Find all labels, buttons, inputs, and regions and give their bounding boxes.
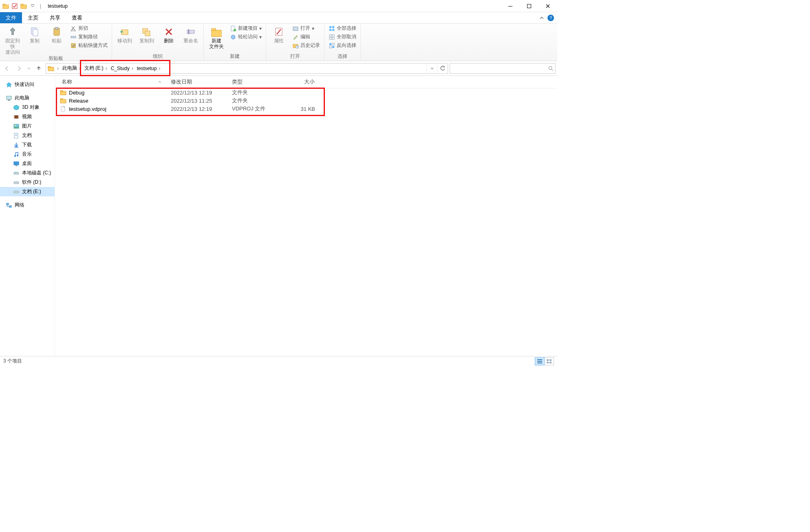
nav-videos[interactable]: 视频	[0, 112, 55, 121]
tab-share[interactable]: 共享	[44, 12, 66, 23]
properties-button[interactable]: 属性	[269, 24, 289, 44]
cut-button[interactable]: 剪切	[68, 24, 109, 32]
search-icon	[548, 66, 554, 71]
file-date: 2022/12/13 12:19	[168, 106, 229, 112]
address-bar[interactable]: › 此电脑› 文档 (E:)› C_Study› testsetup›	[46, 63, 448, 74]
search-box[interactable]	[450, 63, 556, 74]
select-all-button[interactable]: 全部选择	[327, 24, 358, 32]
nav-downloads[interactable]: 下载	[0, 140, 55, 149]
edit-button[interactable]: 编辑	[291, 33, 322, 41]
file-date: 2022/12/13 11:25	[168, 98, 229, 104]
refresh-button[interactable]	[437, 64, 448, 73]
invert-selection-button[interactable]: 反向选择	[327, 42, 358, 49]
network-icon	[6, 202, 12, 209]
paste-button[interactable]: 粘贴	[46, 24, 67, 44]
svg-rect-33	[332, 29, 334, 31]
cube-icon	[13, 104, 20, 111]
list-item[interactable]: Debug2022/12/13 12:19文件夹	[55, 88, 557, 97]
desktop-icon	[13, 160, 20, 167]
help-icon[interactable]: ?	[547, 15, 554, 21]
copy-path-button[interactable]: 复制路径	[68, 33, 109, 41]
title-separator: |	[38, 3, 43, 9]
nav-label: 文档 (E:)	[22, 188, 41, 195]
qat-folder-icon[interactable]	[20, 3, 27, 9]
nav-3d-objects[interactable]: 3D 对象	[0, 103, 55, 112]
new-folder-button[interactable]: 新建 文件夹	[206, 24, 227, 50]
details-view-button[interactable]	[535, 357, 545, 365]
paste-shortcut-button[interactable]: 粘贴快捷方式	[68, 42, 109, 49]
paste-label: 粘贴	[52, 38, 62, 44]
maximize-button[interactable]	[520, 0, 539, 12]
history-button[interactable]: 历史记录	[291, 42, 322, 49]
breadcrumb-root-sep[interactable]: ›	[55, 66, 61, 71]
copy-path-label: 复制路径	[78, 33, 98, 40]
sort-indicator-icon	[158, 80, 161, 84]
nav-quick-access[interactable]: 快速访问	[0, 80, 55, 89]
properties-icon	[272, 25, 285, 38]
recent-locations-button[interactable]	[26, 63, 32, 74]
ribbon-group-open: 属性 打开 ▾ 编辑 历史记录 打开	[266, 24, 324, 61]
copy-button[interactable]: 复制	[24, 24, 45, 44]
new-folder-icon	[210, 25, 223, 38]
file-size: 31 KB	[282, 106, 318, 112]
nav-documents[interactable]: 文档	[0, 131, 55, 140]
tab-view[interactable]: 查看	[66, 12, 88, 23]
svg-rect-67	[60, 90, 63, 92]
easy-access-button[interactable]: 轻松访问 ▾	[228, 33, 263, 41]
breadcrumb-drive[interactable]: 文档 (E:)›	[84, 65, 109, 72]
window-title: testsetup	[45, 3, 68, 9]
column-date[interactable]: 修改日期	[168, 76, 229, 88]
status-text: 3 个项目	[3, 358, 22, 365]
tab-file[interactable]: 文件	[0, 12, 22, 23]
back-button[interactable]	[2, 63, 12, 74]
column-size[interactable]: 大小	[282, 76, 318, 88]
new-item-button[interactable]: 新建项目 ▾	[228, 24, 263, 32]
nav-this-pc[interactable]: 此电脑	[0, 93, 55, 103]
delete-button[interactable]: 删除	[159, 24, 179, 44]
tab-home[interactable]: 主页	[22, 12, 44, 23]
nav-music[interactable]: 音乐	[0, 149, 55, 159]
icons-view-button[interactable]	[544, 357, 554, 365]
nav-label: 快速访问	[15, 81, 34, 88]
up-button[interactable]	[33, 63, 44, 74]
breadcrumb-cstudy[interactable]: C_Study›	[110, 66, 135, 71]
breadcrumb-this-pc[interactable]: 此电脑›	[62, 65, 83, 72]
pin-to-quick-access-button[interactable]: 固定到快 速访问	[2, 24, 23, 55]
svg-rect-32	[329, 29, 331, 31]
nav-soft-d[interactable]: 软件 (D:)	[0, 178, 55, 187]
column-type[interactable]: 类型	[229, 76, 282, 88]
nav-pictures[interactable]: 图片	[0, 121, 55, 131]
minimize-button[interactable]	[501, 0, 520, 12]
easy-access-label: 轻松访问	[238, 33, 258, 40]
copy-to-label: 复制到	[139, 38, 154, 44]
ribbon-collapse-icon[interactable]	[536, 15, 547, 20]
rename-button[interactable]: 重命名	[181, 24, 201, 44]
select-none-button[interactable]: 全部取消	[327, 33, 358, 41]
forward-button[interactable]	[14, 63, 24, 74]
nav-doc-e[interactable]: 文档 (E:)	[0, 187, 55, 196]
ribbon-tabs: 文件 主页 共享 查看 ?	[0, 12, 557, 24]
close-button[interactable]	[539, 0, 557, 12]
svg-rect-62	[14, 182, 19, 184]
list-item[interactable]: testsetup.vdproj2022/12/13 12:19VDPROJ 文…	[55, 105, 557, 113]
qat-properties-icon[interactable]	[11, 3, 18, 9]
nav-network[interactable]: 网络	[0, 200, 55, 210]
edit-icon	[292, 34, 299, 40]
open-button[interactable]: 打开 ▾	[291, 24, 322, 32]
file-list[interactable]: Debug2022/12/13 12:19文件夹Release2022/12/1…	[55, 88, 557, 356]
qat-dropdown-icon[interactable]	[29, 3, 36, 9]
breadcrumb-testsetup[interactable]: testsetup›	[136, 66, 163, 71]
ribbon-group-clipboard: 固定到快 速访问 复制 粘贴 剪切	[0, 24, 112, 61]
nav-label: 音乐	[22, 151, 32, 158]
content-pane: 名称 修改日期 类型 大小 Debug2022/12/13 12:19文件夹Re…	[55, 76, 557, 356]
svg-rect-58	[14, 162, 19, 165]
nav-local-c[interactable]: 本地磁盘 (C:)	[0, 168, 55, 178]
navigation-pane[interactable]: 快速访问 此电脑 3D 对象 视频 图片 文档 下载 音乐	[0, 76, 55, 356]
move-to-button[interactable]: 移动到	[115, 24, 135, 44]
copy-to-button[interactable]: 复制到	[137, 24, 157, 44]
column-name[interactable]: 名称	[55, 76, 168, 88]
address-dropdown-button[interactable]	[426, 64, 437, 73]
svg-rect-21	[212, 30, 221, 37]
nav-desktop[interactable]: 桌面	[0, 159, 55, 168]
list-item[interactable]: Release2022/12/13 11:25文件夹	[55, 97, 557, 105]
